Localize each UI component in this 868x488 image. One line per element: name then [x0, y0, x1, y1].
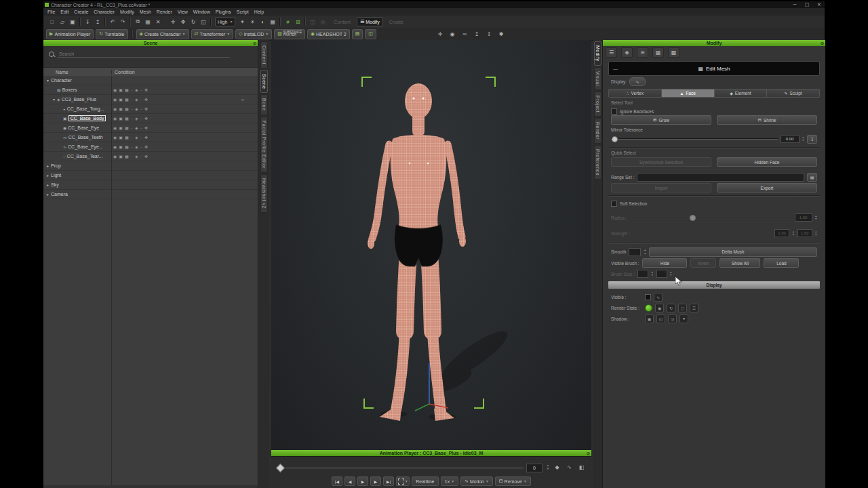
tree-row-camera[interactable]: ▸Camera [43, 190, 258, 199]
tree-row-light[interactable]: ▸Light [43, 171, 258, 180]
range-set-dropdown[interactable] [637, 173, 804, 182]
brush-size-value-2[interactable] [656, 270, 667, 278]
strength-spinner-1[interactable]: ▲▼ [792, 230, 794, 237]
settings-icon[interactable]: ✱ [496, 29, 506, 39]
menu-view[interactable]: View [175, 9, 191, 14]
quality-select[interactable]: High▼ [215, 17, 235, 26]
visibility-icon[interactable]: ◉ [113, 106, 117, 111]
create-toggle[interactable]: Create [387, 18, 406, 26]
expand-arrow-icon[interactable]: ▸ [45, 192, 51, 197]
select-state-icon[interactable]: ▣ [119, 97, 123, 102]
visibility-icon[interactable]: ◉ [113, 144, 117, 149]
smooth-value[interactable] [629, 248, 641, 256]
3d-viewport[interactable] [271, 40, 591, 450]
physics-state-icon[interactable]: ✥ [144, 154, 148, 159]
physics-state-icon[interactable]: ✥ [144, 97, 148, 102]
column-name[interactable]: Name [43, 70, 111, 75]
tab-facial-profile-editor[interactable]: Facial Profile Editor [260, 117, 268, 173]
visible-checkbox[interactable] [645, 294, 651, 300]
tree-row-character[interactable]: ▾Character [43, 76, 258, 85]
visibility-icon[interactable]: ◉ [113, 116, 117, 121]
self-shadow-icon[interactable]: ◲ [668, 314, 677, 323]
frame-value[interactable]: 0 [526, 464, 542, 472]
render-icon[interactable]: ✶ [237, 17, 247, 26]
curve-icon[interactable]: ∿ [565, 463, 574, 472]
visibility-icon[interactable]: ◉ [448, 29, 457, 39]
modify-panel-header[interactable]: Modify ⊙ [603, 40, 825, 46]
grid-icon[interactable]: ⊞ [293, 17, 302, 26]
pose-tool-icon[interactable]: ▤ [352, 29, 363, 39]
node-label[interactable]: CC_Base_Body [68, 115, 106, 121]
select-state-icon[interactable]: ▣ [119, 154, 123, 159]
go-end-button[interactable]: ▶| [383, 476, 394, 486]
tab-visual[interactable]: Visual [594, 67, 601, 90]
apply-tolerance-icon[interactable]: ↧ [807, 135, 817, 144]
select-state-icon[interactable]: ▣ [119, 144, 123, 149]
node-label[interactable]: Boxers [62, 87, 77, 92]
expand-arrow-icon[interactable]: ▸ [45, 182, 51, 187]
keyframe-icon[interactable]: ◆ [553, 463, 561, 472]
speed-dropdown[interactable]: 1x▼ [441, 476, 458, 486]
delete-icon[interactable]: ✕ [153, 17, 163, 26]
node-label[interactable]: CC_Base_Eye [68, 125, 99, 130]
go-start-button[interactable]: |◀ [332, 476, 342, 486]
display-section-header[interactable]: Display [608, 281, 820, 289]
timeline-track[interactable] [278, 468, 524, 468]
instalod-button[interactable]: ◇InstaLOD▼ [235, 29, 272, 39]
material-state-icon[interactable]: ◈ [135, 135, 138, 140]
open-project-icon[interactable]: ▱ [58, 17, 67, 26]
mirror-icon[interactable]: ◫ [308, 17, 317, 26]
grow-button[interactable]: ⊞Grow [611, 115, 711, 125]
node-label[interactable]: CC3_Base_Plus [62, 97, 96, 102]
tree-row-cc-base-body[interactable]: ▣CC_Base_Body◉▣▦–◈–✥ [43, 114, 258, 123]
scene-panel-header[interactable]: Scene ⊙ [43, 40, 258, 46]
shadow-only-icon[interactable]: ● [679, 314, 688, 323]
physics-state-icon[interactable]: ✥ [144, 125, 148, 130]
tab-modify[interactable]: Modify [594, 41, 601, 66]
tree-row-cc-base-eye[interactable]: ◉CC_Base_Eye◉▣▦–◈–✥ [43, 123, 258, 133]
mode-tab-element[interactable]: ◆Element [715, 89, 768, 98]
display-mode-icon[interactable]: ∿ [629, 77, 646, 86]
mode-tab-sculpt[interactable]: ✎Sculpt [767, 89, 820, 98]
tree-row-prop[interactable]: ▸Prop [43, 161, 258, 171]
tab-scene[interactable]: Scene [260, 70, 268, 93]
mesh-state-icon[interactable]: ▦ [125, 135, 129, 140]
layers-icon[interactable]: ☰ [690, 304, 698, 312]
probe-icon[interactable]: ◎ [318, 17, 328, 26]
visibility-icon[interactable]: ◉ [113, 125, 117, 130]
node-label[interactable]: Prop [51, 163, 61, 168]
calibration-tool-icon[interactable]: ◫ [365, 29, 376, 39]
refresh-icon[interactable]: ↻ [667, 304, 675, 312]
tab-headshot-v2[interactable]: Headshot v2 [260, 174, 268, 213]
import-icon[interactable]: ↧ [83, 17, 92, 26]
prev-frame-button[interactable]: ◀ [344, 476, 355, 486]
clapper-icon[interactable]: ◧ [577, 463, 586, 472]
visibility-icon[interactable]: ◉ [113, 135, 117, 140]
shrink-button[interactable]: ⊟Shrink [717, 115, 817, 125]
transformer-button[interactable]: ⇄Transformer▼ [191, 29, 234, 39]
menu-file[interactable]: File [45, 9, 58, 14]
mode-tab-face[interactable]: ▲Face [662, 89, 715, 98]
menu-script[interactable]: Script [234, 9, 252, 14]
expand-arrow-icon[interactable]: ▸ [45, 173, 51, 178]
mode-tab-vertex[interactable]: ∴Vertex [608, 89, 662, 98]
paste-icon[interactable]: ▦ [143, 17, 153, 26]
node-label[interactable]: CC_Base_Teeth [68, 135, 103, 140]
tree-row-boxers[interactable]: ▤Boxers◉▣▦–◈–✥ [43, 85, 258, 95]
tree-row-cc-base-teeth[interactable]: ▭CC_Base_Teeth◉▣▦–◈–✥ [43, 133, 258, 142]
node-label[interactable]: Light [51, 173, 61, 178]
menu-plugins[interactable]: Plugins [213, 9, 234, 14]
visible-mode-icon[interactable]: ∿ [654, 293, 663, 302]
mesh-state-icon[interactable]: ▦ [125, 116, 129, 121]
tab-bone[interactable]: Bone [260, 94, 268, 115]
tree-row-cc-base-tear[interactable]: ◌CC_Base_Tear...◉▣▦–◈–✥ [43, 152, 258, 161]
wireframe-icon[interactable]: ▦ [268, 17, 277, 26]
expand-arrow-icon[interactable]: ▾ [45, 78, 51, 83]
import-button[interactable]: Import [611, 183, 711, 192]
synchronize-selection-button[interactable]: Synchronize Selection [611, 157, 711, 167]
physics-state-icon[interactable]: ✥ [144, 87, 148, 92]
brush-size-value-1[interactable] [637, 270, 648, 278]
select-state-icon[interactable]: ▣ [119, 125, 123, 130]
radius-spinner[interactable]: ▲▼ [815, 215, 817, 221]
node-label[interactable]: Camera [51, 192, 68, 197]
